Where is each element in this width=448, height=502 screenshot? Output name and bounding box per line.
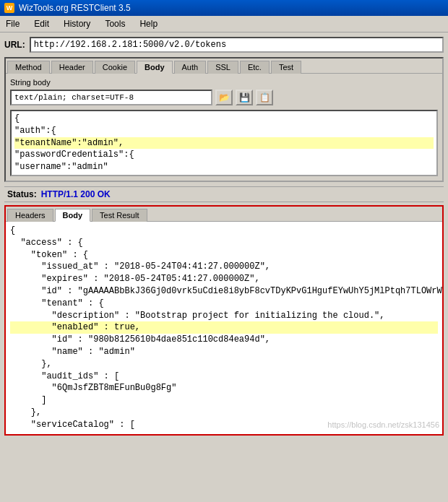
url-label: URL: [4,40,25,50]
tab-test[interactable]: Test [271,61,301,74]
menu-history[interactable]: History [61,17,93,30]
response-line-11: }, [10,358,438,371]
content-type-input[interactable] [10,90,212,105]
response-tabs: Headers Body Test Result [6,207,442,222]
response-line-4: "expires" : "2018-05-24T05:41:27.000000Z… [10,273,438,285]
menu-bar: File Edit History Tools Help [0,16,448,33]
url-input[interactable] [30,37,444,53]
request-line-2: "tenantName":"admin", [14,137,434,150]
response-line-9: "id" : "980b8125610b4dae851c110cd84ea94d… [10,334,438,346]
request-body[interactable]: { "auth":{ "tenantName":"admin", "passwo… [10,110,438,176]
request-line-0: { [14,113,434,125]
response-panel: Headers Body Test Result { "access" : { … [4,205,444,436]
open-file-button[interactable]: 📂 [215,90,233,105]
tab-method[interactable]: Method [7,61,50,74]
response-line-12: "audit_ids" : [ [10,371,438,383]
response-line-2: "token" : { [10,249,438,261]
response-tab-headers[interactable]: Headers [7,209,53,222]
response-line-13: "6QmJsfZBT8mEFunBu0g8Fg" [10,382,438,394]
response-line-7: "description" : "Bootstrap project for i… [10,310,438,322]
response-line-0: { [10,225,438,237]
response-line-10: "name" : "admin" [10,346,438,358]
request-line-3: "passwordCredentials":{ [14,149,434,161]
request-tabs: Method Header Cookie Body Auth SSL Etc. … [6,59,442,73]
tab-header[interactable]: Header [51,61,93,74]
tab-cookie[interactable]: Cookie [95,61,135,74]
app-icon: W [4,3,14,13]
body-input-row: 📂 💾 📋 [10,90,438,105]
status-bar: Status: HTTP/1.1 200 OK [4,186,444,202]
title-bar: W WizTools.org RESTClient 3.5 [0,0,448,16]
copy-button[interactable]: 📋 [256,90,273,105]
menu-file[interactable]: File [3,17,22,30]
menu-help[interactable]: Help [137,17,160,30]
request-line-4: "username":"admin" [14,161,434,173]
response-line-6: "tenant" : { [10,298,438,310]
response-line-15: }, [10,407,438,419]
tab-etc[interactable]: Etc. [240,61,270,74]
status-label: Status: [7,189,37,199]
response-tab-test-result[interactable]: Test Result [92,209,147,222]
response-line-1: "access" : { [10,237,438,249]
app-title: WizTools.org RESTClient 3.5 [19,3,131,13]
response-line-8: "enabled" : true, [10,321,438,334]
request-tab-content: String body 📂 💾 📋 { "auth":{ "tenantName… [6,73,442,181]
response-line-14: ] [10,394,438,407]
response-line-3: "issued_at" : "2018-05-24T04:41:27.00000… [10,261,438,273]
menu-edit[interactable]: Edit [31,17,52,30]
menu-tools[interactable]: Tools [102,17,128,30]
tab-body[interactable]: Body [137,61,173,74]
request-tab-panel: Method Header Cookie Body Auth SSL Etc. … [4,57,444,182]
watermark: https://blog.csdn.net/zsk131456 [327,420,439,430]
response-tab-body[interactable]: Body [55,209,91,222]
url-bar: URL: [4,37,444,53]
string-body-label: String body [10,78,438,87]
status-value: HTTP/1.1 200 OK [41,189,111,199]
response-body: { "access" : { "token" : { "issued_at" :… [6,222,442,434]
response-line-5: "id" : "gAAAAABbBkJ36Gj0d0vrk5uCdie8i8yb… [10,285,438,298]
main-content: URL: Method Header Cookie Body Auth SSL … [0,33,448,440]
request-line-1: "auth":{ [14,125,434,137]
tab-ssl[interactable]: SSL [207,61,238,74]
tab-auth[interactable]: Auth [174,61,207,74]
save-file-button[interactable]: 💾 [236,90,253,105]
